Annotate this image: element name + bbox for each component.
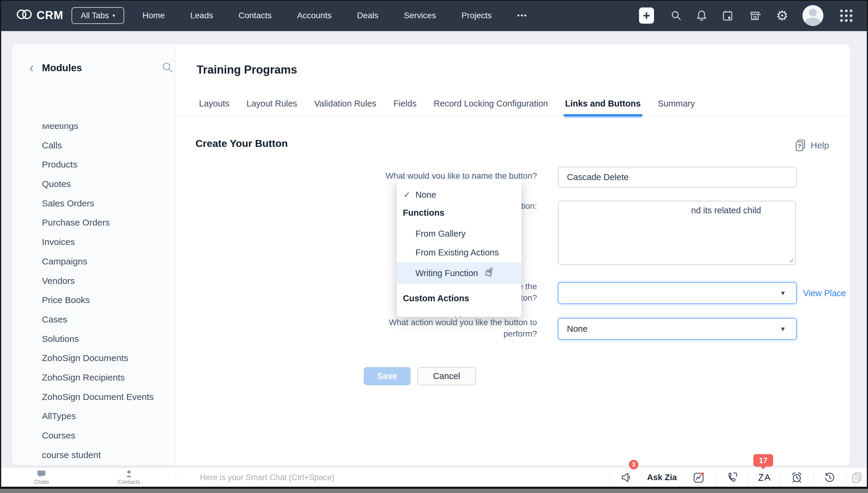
nav-item-accounts[interactable]: Accounts [297, 11, 332, 20]
nav-item-leads[interactable]: Leads [190, 11, 213, 20]
sidebar-item-calls[interactable]: Calls [12, 136, 175, 155]
window-frame-right [867, 0, 868, 493]
window-frame-left [0, 0, 1, 493]
sidebar-item-quotes[interactable]: Quotes [12, 174, 175, 194]
sidebar-item-purchase-orders[interactable]: Purchase Orders [12, 213, 175, 232]
place-select[interactable]: ▼ [558, 282, 797, 304]
smart-chat-input[interactable]: Here is your Smart Chat (Ctrl+Space) [200, 468, 334, 487]
tab-record-locking-configuration[interactable]: Record Locking Configuration [434, 96, 548, 111]
nav-item-deals[interactable]: Deals [357, 11, 379, 20]
plus-icon: + [643, 8, 650, 23]
zoho-logo-icon[interactable] [16, 8, 33, 21]
sidebar-item-zohosign-documents[interactable]: ZohoSign Documents [12, 348, 175, 368]
button-name-input[interactable]: Cascade Delete [558, 167, 797, 188]
ask-zia-button[interactable]: Ask Zia [642, 468, 682, 487]
save-button[interactable]: Save [364, 367, 411, 385]
announcements-badge: 3 [628, 459, 639, 470]
page-title: Training Programs [197, 63, 297, 76]
tab-layout-rules[interactable]: Layout Rules [247, 96, 297, 111]
sidebar-item-meetings[interactable]: Meetings [12, 125, 175, 136]
reminders-alarm-icon[interactable] [780, 468, 813, 487]
quick-create-button[interactable]: + [639, 0, 654, 31]
search-icon[interactable] [670, 0, 682, 31]
modules-sidebar: ‹ Modules Meetings Calls Products Quotes… [12, 44, 176, 466]
marketplace-store-icon[interactable] [749, 0, 761, 31]
calendar-icon[interactable] [722, 0, 734, 31]
apps-grid-icon[interactable] [840, 0, 852, 31]
tab-summary[interactable]: Summary [658, 96, 695, 111]
chats-label: Chats [34, 479, 49, 485]
dropdown-option-from-gallery[interactable]: From Gallery [397, 225, 522, 242]
check-icon: ✓ [403, 190, 410, 199]
action-field-label: What action would you like the button to… [354, 317, 537, 340]
sidebar-search-icon[interactable] [161, 61, 174, 73]
dropdown-option-open-a-widget[interactable]: Open a Widget [397, 312, 522, 317]
user-avatar[interactable] [802, 0, 823, 31]
zia-count-badge: 17 [754, 454, 773, 467]
dropdown-section-custom-actions: Custom Actions [403, 294, 469, 303]
tab-links-and-buttons[interactable]: Links and Buttons [565, 96, 641, 111]
sidebar-item-campaigns[interactable]: Campaigns [12, 252, 175, 271]
all-tabs-label: All Tabs [81, 11, 109, 20]
cancel-button[interactable]: Cancel [417, 367, 476, 385]
sidebar-item-alltypes[interactable]: AllTypes [12, 407, 175, 426]
contacts-label: Contacts [118, 479, 140, 485]
tab-layouts[interactable]: Layouts [199, 96, 230, 111]
sidebar-item-zohosign-recipients[interactable]: ZohoSign Recipients [12, 368, 175, 387]
bottom-bar: Chats Contacts Here is your Smart Chat (… [0, 468, 868, 487]
sticky-notes-icon[interactable] [846, 468, 867, 487]
resize-handle-icon[interactable] [789, 258, 794, 263]
nav-item-home[interactable]: Home [143, 11, 165, 20]
window-frame-top [0, 0, 868, 1]
dropdown-option-writing-function[interactable]: Writing Function [397, 262, 522, 284]
back-chevron-icon[interactable]: ‹ [29, 62, 34, 73]
sidebar-item-price-books[interactable]: Price Books [12, 291, 175, 310]
window-frame-bottom-gray [0, 489, 868, 493]
dropdown-option-from-existing-actions[interactable]: From Existing Actions [397, 244, 522, 261]
nav-item-contacts[interactable]: Contacts [238, 11, 272, 20]
dropdown-section-functions: Functions [403, 208, 444, 218]
sidebar-item-vendors[interactable]: Vendors [12, 271, 175, 291]
chevron-down-icon: ▾ [112, 13, 115, 19]
notifications-bell-icon[interactable] [696, 0, 707, 31]
select-arrow-icon: ▼ [780, 290, 786, 297]
sidebar-item-solutions[interactable]: Solutions [12, 329, 175, 349]
description-textarea[interactable]: nd its related child [558, 201, 796, 265]
history-icon[interactable] [813, 468, 846, 487]
sms-phone-icon[interactable] [716, 468, 748, 487]
modules-list: Meetings Calls Products Quotes Sales Ord… [12, 125, 175, 464]
person-icon [125, 470, 133, 478]
sidebar-title: Modules [42, 62, 82, 73]
svg-text:?: ? [798, 143, 802, 150]
announcements-megaphone-icon[interactable] [610, 468, 642, 487]
more-tabs-icon[interactable]: ••• [517, 12, 527, 20]
nav-item-services[interactable]: Services [404, 11, 436, 20]
sidebar-item-cases[interactable]: Cases [12, 310, 175, 329]
nav-item-projects[interactable]: Projects [462, 11, 492, 20]
chats-tab[interactable]: Chats [18, 468, 66, 487]
zia-icon[interactable] [748, 468, 780, 487]
dropdown-option-none[interactable]: ✓ None [397, 186, 522, 203]
description-visible-text: nd its related child [691, 206, 761, 215]
select-arrow-icon: ▼ [780, 325, 786, 333]
settings-gear-icon[interactable]: ⚙ [775, 0, 789, 31]
sidebar-item-course-student[interactable]: course student [12, 446, 175, 464]
help-link[interactable]: ? Help [795, 139, 829, 152]
sidebar-item-products[interactable]: Products [12, 155, 175, 174]
primary-nav: Home Leads Contacts Accounts Deals Servi… [143, 0, 527, 31]
module-tabs: Layouts Layout Rules Validation Rules Fi… [199, 96, 695, 111]
sidebar-item-invoices[interactable]: Invoices [12, 232, 175, 252]
section-heading: Create Your Button [195, 137, 288, 149]
sidebar-item-courses[interactable]: Courses [12, 426, 175, 446]
bottombar-divider [176, 468, 176, 487]
all-tabs-dropdown[interactable]: All Tabs ▾ [71, 7, 124, 24]
contacts-tab[interactable]: Contacts [105, 468, 153, 487]
sidebar-item-sales-orders[interactable]: Sales Orders [12, 194, 175, 213]
tab-validation-rules[interactable]: Validation Rules [314, 96, 376, 111]
view-place-link[interactable]: View Place [803, 283, 846, 303]
sidebar-item-zohosign-document-events[interactable]: ZohoSign Document Events [12, 387, 175, 407]
tab-fields[interactable]: Fields [393, 96, 416, 111]
action-select[interactable]: None ▼ [558, 318, 797, 340]
brand-crm[interactable]: CRM [37, 9, 63, 22]
zia-insights-icon[interactable] [682, 468, 716, 487]
